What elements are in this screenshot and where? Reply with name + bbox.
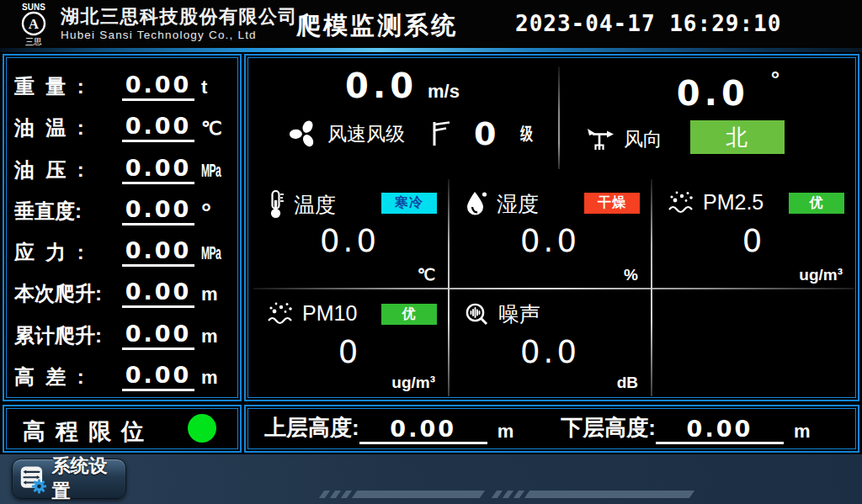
- wind-level-unit: 级: [521, 122, 534, 146]
- metric-value: 0.00: [122, 237, 194, 267]
- header-bar: SUNS A 三思 湖北三思科技股份有限公司 Hubei Sansi Techn…: [0, 0, 862, 48]
- metric-label: 油 压 :: [14, 157, 122, 186]
- metric-row-verticality: 垂直度: 0.00 °: [14, 188, 231, 227]
- env-cell-name: 温度: [294, 191, 336, 219]
- dust-icon: [667, 189, 695, 215]
- wind-speed-label: 风速风级: [327, 121, 405, 147]
- env-cell-empty: [654, 290, 854, 395]
- metric-row-stress: 应 力 : 0.00 MPa: [14, 230, 231, 268]
- svg-text:SUNS: SUNS: [22, 3, 45, 12]
- metric-unit: m: [201, 367, 231, 393]
- wind-direction-unit: °: [771, 66, 780, 92]
- footer-decoration: [322, 491, 692, 498]
- wind-direction-value: 0.0: [677, 74, 749, 113]
- company-logo-icon: SUNS A 三思: [12, 2, 56, 47]
- status-badge: 干燥: [584, 193, 640, 214]
- metric-row-oil-pressure: 油 压 : 0.00 MPa: [14, 147, 231, 186]
- env-cell-unit: %: [624, 266, 638, 284]
- metric-value: 0.00: [122, 72, 194, 101]
- lower-height-label: 下层高度:: [561, 413, 656, 444]
- wind-speed-value: 0.0: [345, 66, 418, 105]
- metric-label: 累计爬升:: [14, 322, 122, 352]
- wind-speed-value-group: 0.0 m/s: [280, 66, 524, 105]
- metric-row-oil-temp: 油 温 : 0.00 ℃: [14, 105, 231, 144]
- metric-unit: MPa: [201, 160, 231, 186]
- env-cell-unit: ug/m³: [391, 374, 435, 392]
- elevation-limit-box: 高程限位: [3, 405, 242, 453]
- status-badge: 优: [789, 193, 844, 214]
- wind-direction-label: 风向: [624, 126, 662, 152]
- metric-row-current-climb: 本次爬升: 0.00 m: [14, 271, 231, 310]
- env-cell-unit: ug/m³: [799, 266, 843, 284]
- grid-col-divider: [448, 179, 450, 396]
- upper-height-group: 上层高度: 0.00 m: [264, 413, 513, 444]
- elevation-limit-label: 高程限位: [23, 416, 154, 447]
- heights-box: 上层高度: 0.00 m 下层高度: 0.00 m: [244, 405, 859, 453]
- metric-label: 高 差 :: [14, 363, 122, 393]
- noise-magnifier-icon: [464, 301, 491, 328]
- svg-text:三思: 三思: [25, 37, 42, 46]
- env-cell-value: 0.0: [253, 223, 446, 259]
- environment-panel: 0.0 m/s 风速风级 0 级: [244, 54, 859, 401]
- thermometer-icon: [266, 189, 286, 220]
- upper-height-label: 上层高度:: [264, 413, 359, 444]
- upper-height-value: 0.00: [359, 416, 487, 444]
- metric-value: 0.00: [122, 155, 194, 184]
- lower-height-group: 下层高度: 0.00 m: [561, 413, 810, 444]
- wind-speed-unit: m/s: [428, 81, 460, 103]
- grid-col-divider: [651, 179, 652, 396]
- metric-unit: MPa: [201, 242, 231, 268]
- env-cell-value: 0.0: [451, 334, 649, 370]
- wind-section-divider: [558, 66, 560, 169]
- droplet-icon: [464, 189, 489, 218]
- wind-flag-icon: [430, 119, 452, 148]
- metric-label: 本次爬升:: [14, 280, 122, 310]
- env-cell-name: PM10: [302, 301, 357, 326]
- env-cell-value: 0: [253, 334, 446, 370]
- metric-unit: m: [201, 326, 231, 352]
- metric-row-height-diff: 高 差 : 0.00 m: [14, 354, 231, 393]
- metric-value: 0.00: [122, 196, 194, 225]
- fan-icon: [289, 119, 319, 149]
- system-settings-button[interactable]: 系统设置: [12, 459, 126, 499]
- metric-row-weight: 重 量 : 0.00 t: [14, 64, 231, 103]
- svg-text:A: A: [29, 16, 40, 32]
- lower-height-value: 0.00: [656, 416, 784, 444]
- dust-icon: [266, 300, 295, 326]
- env-cell-value: 0: [654, 223, 854, 259]
- header-divider: [0, 48, 862, 52]
- metric-unit: t: [201, 77, 231, 103]
- env-cell-unit: dB: [617, 374, 638, 392]
- metric-unit: m: [201, 284, 231, 310]
- datetime-display: 2023-04-17 16:29:10: [515, 11, 781, 36]
- wind-speed-label-group: 风速风级 0 级: [289, 115, 535, 152]
- metric-value: 0.00: [122, 279, 194, 308]
- metric-unit: ℃: [201, 118, 231, 144]
- wind-vane-icon: [585, 125, 615, 152]
- metric-label: 油 温 :: [14, 114, 122, 144]
- wind-direction-badge: 北: [690, 120, 785, 154]
- env-cell-name: 噪声: [498, 300, 540, 328]
- metric-row-total-climb: 累计爬升: 0.00 m: [14, 313, 231, 352]
- env-cell-temperature: 温度 寒冷 0.0 ℃: [253, 179, 446, 287]
- env-cell-name: PM2.5: [703, 190, 764, 215]
- wind-direction-value-group: 0.0°: [636, 66, 821, 113]
- sliders-gear-icon: [19, 463, 47, 495]
- metric-value: 0.00: [122, 113, 194, 142]
- elevation-limit-indicator: [188, 414, 216, 443]
- env-cell-name: 湿度: [497, 190, 539, 218]
- status-badge: 优: [381, 304, 437, 325]
- env-cell-humidity: 湿度 干燥 0.0 %: [451, 179, 649, 287]
- env-cell-pm25: PM2.5 优 0 ug/m³: [654, 179, 854, 287]
- app-window: SUNS A 三思 湖北三思科技股份有限公司 Hubei Sansi Techn…: [0, 0, 862, 504]
- metrics-panel: 重 量 : 0.00 t 油 温 : 0.00 ℃ 油 压 : 0.00 MPa…: [3, 54, 242, 401]
- system-settings-label: 系统设置: [52, 454, 119, 504]
- env-cell-noise: 噪声 0.0 dB: [451, 290, 649, 395]
- wind-direction-label-group: 风向: [585, 125, 662, 152]
- metric-value: 0.00: [122, 321, 194, 350]
- wind-level-value: 0: [474, 115, 496, 152]
- grid-row-divider: [253, 288, 854, 289]
- lower-height-unit: m: [794, 421, 811, 444]
- page-title: 爬模监测系统: [296, 9, 458, 43]
- env-cell-pm10: PM10 优 0 ug/m³: [253, 290, 446, 395]
